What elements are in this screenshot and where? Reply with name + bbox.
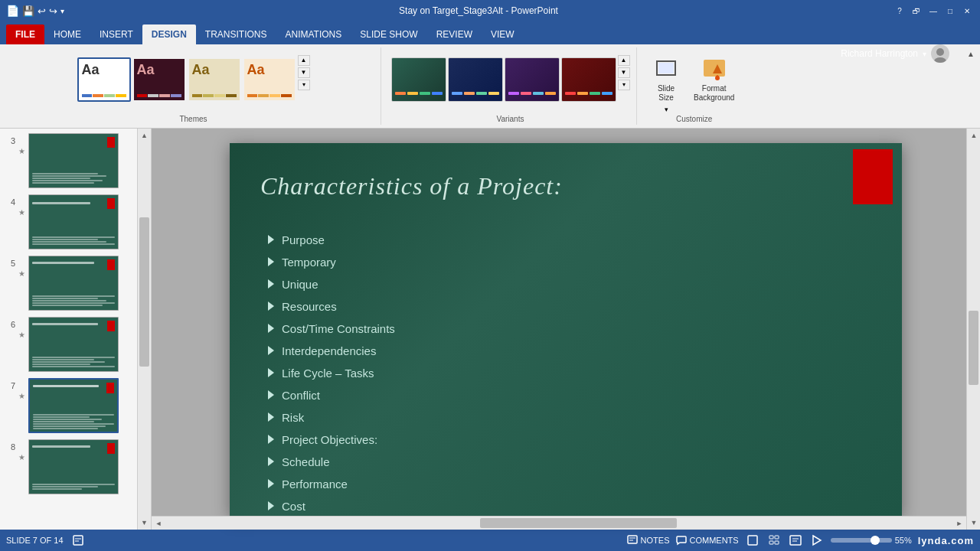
format-background-button[interactable]: Format Background <box>689 54 739 116</box>
notes-label: NOTES <box>641 536 670 545</box>
slide-size-label: Slide Size <box>658 84 675 103</box>
variants-scroll-up[interactable]: ▲ <box>618 55 630 66</box>
panel-scroll-track[interactable] <box>138 142 151 516</box>
main-hscroll-right[interactable]: ► <box>952 517 966 530</box>
ribbon-collapse-button[interactable]: ▲ <box>965 47 977 60</box>
bullet-risk: Risk <box>268 411 871 424</box>
slide-size-dropdown-icon[interactable]: ▾ <box>665 106 668 113</box>
tab-insert[interactable]: INSERT <box>90 24 142 44</box>
bullet-lifecycle: Life Cycle – Tasks <box>268 367 871 380</box>
normal-view-button[interactable] <box>745 533 760 548</box>
variants-scroll[interactable]: ▲ ▼ ▾ <box>618 55 630 90</box>
variants-scroll-down[interactable]: ▼ <box>618 67 630 78</box>
theme-1[interactable]: Aa <box>77 57 131 102</box>
panel-scroll-up[interactable]: ▲ <box>138 129 152 142</box>
tab-review[interactable]: REVIEW <box>427 24 482 44</box>
tab-transitions[interactable]: TRANSITIONS <box>196 24 276 44</box>
tab-file[interactable]: FILE <box>6 24 44 44</box>
slide-size-icon <box>654 57 678 81</box>
close-button[interactable]: ✕ <box>960 4 974 18</box>
bullet-performance: Performance <box>268 478 871 491</box>
slide-notes-toggle[interactable] <box>71 533 85 547</box>
undo-button[interactable]: ↩ <box>38 5 46 17</box>
tab-animations[interactable]: ANIMATIONS <box>276 24 351 44</box>
theme-4[interactable]: Aa <box>243 57 296 102</box>
slide-thumb-3[interactable]: 3 ★ <box>3 132 134 190</box>
bullet-arrow-1 <box>268 235 274 244</box>
bullet-arrow-10 <box>268 435 274 444</box>
tab-slideshow[interactable]: SLIDE SHOW <box>351 24 426 44</box>
slide-image-8 <box>28 439 119 494</box>
bullet-arrow-11 <box>268 457 274 466</box>
variant-2[interactable] <box>448 57 503 102</box>
bullet-conflict: Conflict <box>268 389 871 402</box>
slide-image-5 <box>28 256 119 311</box>
redo-button[interactable]: ↪ <box>49 5 57 17</box>
help-button[interactable]: ? <box>893 4 906 18</box>
reading-view-button[interactable] <box>788 533 803 548</box>
user-dropdown-icon[interactable]: ▾ <box>923 50 926 58</box>
svg-rect-6 <box>74 536 83 545</box>
themes-scroll[interactable]: ▲ ▼ ▾ <box>298 55 310 90</box>
themes-scroll-up[interactable]: ▲ <box>298 55 310 66</box>
tab-home[interactable]: HOME <box>44 24 90 44</box>
svg-rect-12 <box>748 536 757 545</box>
maximize-button[interactable]: □ <box>943 4 957 18</box>
variant-4[interactable] <box>561 57 616 102</box>
minimize-button[interactable]: — <box>926 4 940 18</box>
slide-thumb-4[interactable]: 4 ★ <box>3 193 134 251</box>
main-scroll-track[interactable] <box>967 142 980 516</box>
slideshow-button[interactable] <box>809 533 825 548</box>
svg-rect-3 <box>658 63 674 73</box>
bullet-interdependencies: Interdependencies <box>268 344 871 357</box>
window-title: Stay on Target_Stage3Alt - PowerPoint <box>64 5 893 16</box>
slide-title[interactable]: Characteristics of a Project: <box>260 172 841 201</box>
bullet-cost-time: Cost/Time Constraints <box>268 322 871 335</box>
lynda-logo: lynda.com <box>918 535 974 546</box>
panel-scrollbar[interactable]: ▲ ▼ <box>138 129 152 530</box>
tab-view[interactable]: VIEW <box>482 24 524 44</box>
star-icon-3: ★ <box>18 147 25 155</box>
tab-design[interactable]: DESIGN <box>142 24 196 44</box>
user-avatar <box>931 44 949 63</box>
main-scroll-down[interactable]: ▼ <box>967 516 980 530</box>
slide-image-6 <box>28 317 119 372</box>
main-scroll-up[interactable]: ▲ <box>967 129 980 142</box>
svg-rect-14 <box>775 536 779 539</box>
variant-3[interactable] <box>505 57 560 102</box>
slide-thumb-6[interactable]: 6 ★ <box>3 315 134 373</box>
panel-scroll-down[interactable]: ▼ <box>138 516 152 530</box>
main-hscroll-left[interactable]: ◄ <box>152 517 165 530</box>
star-icon-4: ★ <box>18 208 25 217</box>
zoom-thumb[interactable] <box>871 536 880 545</box>
slide-thumb-8[interactable]: 8 ★ <box>3 438 134 496</box>
zoom-control[interactable]: 55% <box>831 536 912 545</box>
ribbon-collapse-button[interactable]: 🗗 <box>910 4 923 18</box>
star-icon-8: ★ <box>18 453 25 461</box>
main-slide[interactable]: Characteristics of a Project: Purpose Te… <box>230 143 902 516</box>
slide-thumb-7[interactable]: 7 ★ <box>3 377 134 435</box>
theme-3[interactable]: Aa <box>188 57 241 102</box>
qat-customize-button[interactable]: ▾ <box>60 7 64 15</box>
variants-scroll-more[interactable]: ▾ <box>618 80 630 90</box>
theme-2[interactable]: Aa <box>132 57 186 102</box>
slide-sorter-button[interactable] <box>766 533 782 548</box>
comments-button[interactable]: COMMENTS <box>676 535 739 546</box>
bullet-purpose: Purpose <box>268 233 871 246</box>
zoom-slider[interactable] <box>831 538 892 543</box>
bullet-arrow-5 <box>268 324 274 333</box>
svg-rect-4 <box>704 60 725 77</box>
themes-scroll-more[interactable]: ▾ <box>298 80 310 90</box>
bullet-temporary: Temporary <box>268 256 871 269</box>
svg-point-1 <box>934 57 946 63</box>
slide-size-button[interactable]: Slide Size ▾ <box>649 54 683 116</box>
themes-scroll-down[interactable]: ▼ <box>298 67 310 78</box>
svg-rect-9 <box>628 536 637 543</box>
variant-1[interactable] <box>391 57 446 102</box>
save-button[interactable]: 💾 <box>22 5 34 17</box>
star-icon-5: ★ <box>18 269 25 278</box>
notes-button[interactable]: NOTES <box>627 535 670 546</box>
svg-rect-16 <box>775 541 779 544</box>
slide-image-3 <box>28 133 119 188</box>
slide-thumb-5[interactable]: 5 ★ <box>3 254 134 312</box>
